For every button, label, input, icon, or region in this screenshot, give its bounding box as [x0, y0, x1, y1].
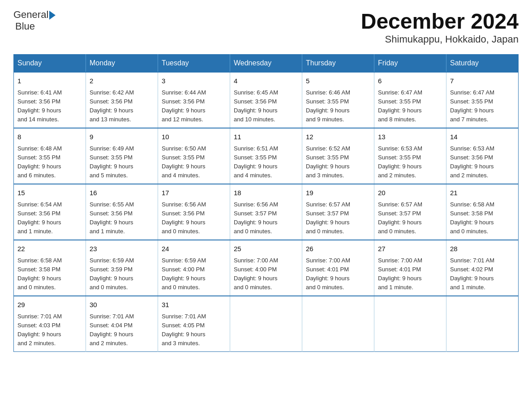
weekday-header-saturday: Saturday [446, 55, 519, 73]
day-number: 11 [234, 132, 298, 142]
weekday-header-row: SundayMondayTuesdayWednesdayThursdayFrid… [14, 55, 519, 73]
calendar-day-cell: 20Sunrise: 6:57 AM Sunset: 3:57 PM Dayli… [374, 184, 446, 240]
calendar-empty-cell [230, 296, 302, 352]
day-info: Sunrise: 6:58 AM Sunset: 3:58 PM Dayligh… [17, 256, 82, 292]
calendar-day-cell: 25Sunrise: 7:00 AM Sunset: 4:00 PM Dayli… [230, 240, 302, 296]
day-info: Sunrise: 6:52 AM Sunset: 3:55 PM Dayligh… [306, 144, 370, 180]
day-info: Sunrise: 6:58 AM Sunset: 3:58 PM Dayligh… [450, 200, 515, 236]
calendar-day-cell: 7Sunrise: 6:47 AM Sunset: 3:55 PM Daylig… [446, 72, 519, 128]
calendar-week-row: 8Sunrise: 6:48 AM Sunset: 3:55 PM Daylig… [14, 128, 519, 184]
day-info: Sunrise: 6:59 AM Sunset: 4:00 PM Dayligh… [162, 256, 226, 292]
calendar-empty-cell [446, 296, 519, 352]
calendar-week-row: 22Sunrise: 6:58 AM Sunset: 3:58 PM Dayli… [14, 240, 519, 296]
day-info: Sunrise: 6:42 AM Sunset: 3:56 PM Dayligh… [90, 88, 154, 124]
day-info: Sunrise: 6:55 AM Sunset: 3:56 PM Dayligh… [90, 200, 154, 236]
day-info: Sunrise: 7:01 AM Sunset: 4:03 PM Dayligh… [17, 312, 82, 348]
day-info: Sunrise: 6:54 AM Sunset: 3:56 PM Dayligh… [17, 200, 82, 236]
logo-blue-text: Blue [15, 21, 35, 32]
calendar-day-cell: 6Sunrise: 6:47 AM Sunset: 3:55 PM Daylig… [374, 72, 446, 128]
calendar-day-cell: 21Sunrise: 6:58 AM Sunset: 3:58 PM Dayli… [446, 184, 519, 240]
day-info: Sunrise: 7:01 AM Sunset: 4:04 PM Dayligh… [90, 312, 154, 348]
day-info: Sunrise: 6:51 AM Sunset: 3:55 PM Dayligh… [234, 144, 298, 180]
calendar-day-cell: 29Sunrise: 7:01 AM Sunset: 4:03 PM Dayli… [14, 296, 86, 352]
day-number: 20 [378, 188, 442, 198]
day-info: Sunrise: 6:47 AM Sunset: 3:55 PM Dayligh… [378, 88, 442, 124]
day-info: Sunrise: 6:47 AM Sunset: 3:55 PM Dayligh… [450, 88, 515, 124]
calendar-day-cell: 5Sunrise: 6:46 AM Sunset: 3:55 PM Daylig… [302, 72, 374, 128]
calendar-day-cell: 16Sunrise: 6:55 AM Sunset: 3:56 PM Dayli… [86, 184, 158, 240]
logo: General Blue [13, 9, 56, 33]
calendar-day-cell: 17Sunrise: 6:56 AM Sunset: 3:56 PM Dayli… [158, 184, 230, 240]
calendar-empty-cell [374, 296, 446, 352]
day-number: 19 [306, 188, 370, 198]
day-info: Sunrise: 6:56 AM Sunset: 3:57 PM Dayligh… [234, 200, 298, 236]
calendar-day-cell: 28Sunrise: 7:01 AM Sunset: 4:02 PM Dayli… [446, 240, 519, 296]
calendar-week-row: 29Sunrise: 7:01 AM Sunset: 4:03 PM Dayli… [14, 296, 519, 352]
calendar-day-cell: 8Sunrise: 6:48 AM Sunset: 3:55 PM Daylig… [14, 128, 86, 184]
day-info: Sunrise: 6:59 AM Sunset: 3:59 PM Dayligh… [90, 256, 154, 292]
day-info: Sunrise: 6:57 AM Sunset: 3:57 PM Dayligh… [306, 200, 370, 236]
calendar-day-cell: 1Sunrise: 6:41 AM Sunset: 3:56 PM Daylig… [14, 72, 86, 128]
logo-arrow-icon [49, 11, 56, 20]
calendar-day-cell: 18Sunrise: 6:56 AM Sunset: 3:57 PM Dayli… [230, 184, 302, 240]
day-number: 16 [90, 188, 154, 198]
day-info: Sunrise: 6:56 AM Sunset: 3:56 PM Dayligh… [162, 200, 226, 236]
day-number: 13 [378, 132, 442, 142]
day-number: 17 [162, 188, 226, 198]
calendar-day-cell: 12Sunrise: 6:52 AM Sunset: 3:55 PM Dayli… [302, 128, 374, 184]
day-number: 12 [306, 132, 370, 142]
calendar-day-cell: 23Sunrise: 6:59 AM Sunset: 3:59 PM Dayli… [86, 240, 158, 296]
day-info: Sunrise: 6:48 AM Sunset: 3:55 PM Dayligh… [17, 144, 82, 180]
calendar-day-cell: 24Sunrise: 6:59 AM Sunset: 4:00 PM Dayli… [158, 240, 230, 296]
day-number: 30 [90, 300, 154, 310]
day-number: 14 [450, 132, 515, 142]
day-info: Sunrise: 6:41 AM Sunset: 3:56 PM Dayligh… [17, 88, 82, 124]
day-info: Sunrise: 6:49 AM Sunset: 3:55 PM Dayligh… [90, 144, 154, 180]
calendar-week-row: 15Sunrise: 6:54 AM Sunset: 3:56 PM Dayli… [14, 184, 519, 240]
day-number: 27 [378, 244, 442, 254]
title-block: December 2024 Shimukappu, Hokkaido, Japa… [361, 9, 519, 45]
day-number: 28 [450, 244, 515, 254]
calendar-day-cell: 4Sunrise: 6:45 AM Sunset: 3:56 PM Daylig… [230, 72, 302, 128]
day-number: 1 [17, 76, 82, 86]
day-number: 29 [17, 300, 82, 310]
calendar-title: December 2024 [361, 9, 519, 34]
day-info: Sunrise: 7:00 AM Sunset: 4:01 PM Dayligh… [306, 256, 370, 292]
calendar-day-cell: 27Sunrise: 7:00 AM Sunset: 4:01 PM Dayli… [374, 240, 446, 296]
calendar-day-cell: 14Sunrise: 6:53 AM Sunset: 3:56 PM Dayli… [446, 128, 519, 184]
day-number: 9 [90, 132, 154, 142]
day-number: 4 [234, 76, 298, 86]
day-info: Sunrise: 6:45 AM Sunset: 3:56 PM Dayligh… [234, 88, 298, 124]
calendar-empty-cell [302, 296, 374, 352]
weekday-header-wednesday: Wednesday [230, 55, 302, 73]
calendar-subtitle: Shimukappu, Hokkaido, Japan [361, 34, 519, 45]
day-number: 23 [90, 244, 154, 254]
page-header: General Blue December 2024 Shimukappu, H… [13, 9, 519, 45]
day-number: 26 [306, 244, 370, 254]
day-number: 31 [162, 300, 226, 310]
day-number: 10 [162, 132, 226, 142]
day-number: 21 [450, 188, 515, 198]
calendar-day-cell: 11Sunrise: 6:51 AM Sunset: 3:55 PM Dayli… [230, 128, 302, 184]
calendar-day-cell: 13Sunrise: 6:53 AM Sunset: 3:55 PM Dayli… [374, 128, 446, 184]
calendar-day-cell: 26Sunrise: 7:00 AM Sunset: 4:01 PM Dayli… [302, 240, 374, 296]
day-info: Sunrise: 7:01 AM Sunset: 4:05 PM Dayligh… [162, 312, 226, 348]
day-number: 7 [450, 76, 515, 86]
day-number: 2 [90, 76, 154, 86]
calendar-day-cell: 9Sunrise: 6:49 AM Sunset: 3:55 PM Daylig… [86, 128, 158, 184]
weekday-header-thursday: Thursday [302, 55, 374, 73]
day-info: Sunrise: 6:46 AM Sunset: 3:55 PM Dayligh… [306, 88, 370, 124]
weekday-header-monday: Monday [86, 55, 158, 73]
calendar-day-cell: 15Sunrise: 6:54 AM Sunset: 3:56 PM Dayli… [14, 184, 86, 240]
day-info: Sunrise: 6:50 AM Sunset: 3:55 PM Dayligh… [162, 144, 226, 180]
calendar-day-cell: 30Sunrise: 7:01 AM Sunset: 4:04 PM Dayli… [86, 296, 158, 352]
day-number: 6 [378, 76, 442, 86]
day-number: 3 [162, 76, 226, 86]
calendar-day-cell: 31Sunrise: 7:01 AM Sunset: 4:05 PM Dayli… [158, 296, 230, 352]
day-info: Sunrise: 6:53 AM Sunset: 3:56 PM Dayligh… [450, 144, 515, 180]
calendar-table: SundayMondayTuesdayWednesdayThursdayFrid… [13, 54, 519, 352]
day-number: 25 [234, 244, 298, 254]
day-info: Sunrise: 6:57 AM Sunset: 3:57 PM Dayligh… [378, 200, 442, 236]
day-number: 18 [234, 188, 298, 198]
weekday-header-friday: Friday [374, 55, 446, 73]
